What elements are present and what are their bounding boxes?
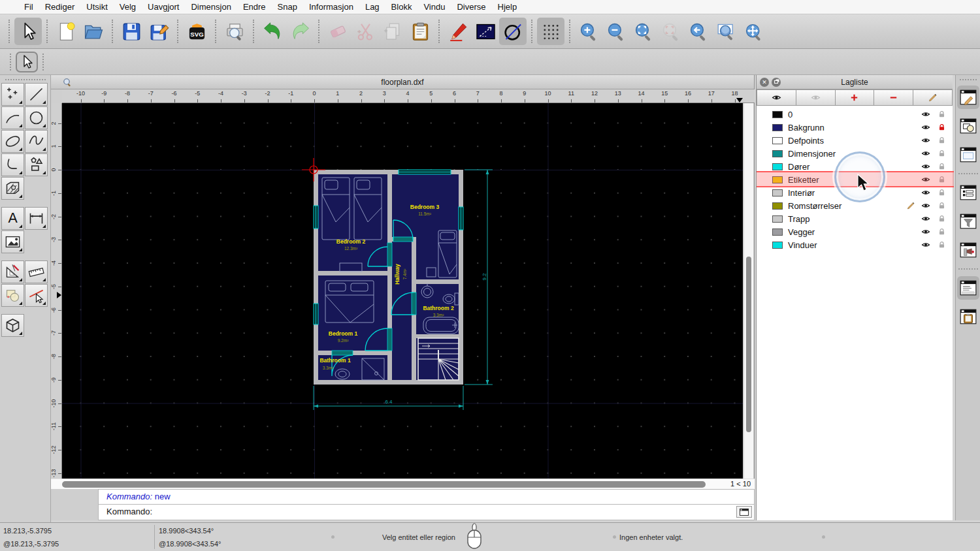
zoom-window-button[interactable] bbox=[712, 18, 740, 45]
select-tool[interactable] bbox=[25, 284, 48, 307]
add-layer-button[interactable] bbox=[836, 89, 875, 106]
new-document-button[interactable] bbox=[52, 18, 80, 45]
print-preview-button[interactable] bbox=[221, 18, 248, 45]
line-tool[interactable] bbox=[25, 83, 48, 106]
layer-row-vinduer[interactable]: Vinduer bbox=[757, 238, 953, 251]
layer-lock-icon[interactable] bbox=[938, 175, 946, 184]
spline-tool[interactable] bbox=[25, 130, 48, 153]
layer-visibility-eye-icon[interactable] bbox=[920, 123, 932, 132]
menu-uavgjort[interactable]: Uavgjort bbox=[142, 0, 185, 14]
menu-snap[interactable]: Snap bbox=[272, 0, 303, 14]
layer-lock-icon[interactable] bbox=[938, 123, 946, 132]
zoom-auto-button[interactable] bbox=[630, 18, 657, 45]
arc-tool[interactable] bbox=[1, 106, 24, 129]
menu-endre[interactable]: Endre bbox=[237, 0, 272, 14]
layer-visibility-eye-icon[interactable] bbox=[920, 175, 932, 184]
export-svg-button[interactable]: SVG bbox=[183, 18, 210, 45]
layer-lock-icon[interactable] bbox=[938, 149, 946, 158]
entity-list-panel-button[interactable] bbox=[957, 181, 979, 204]
layer-visibility-eye-icon[interactable] bbox=[920, 162, 932, 171]
polygon-tool[interactable] bbox=[25, 153, 48, 176]
detach-command-button[interactable] bbox=[736, 506, 752, 518]
text-tool[interactable]: A bbox=[1, 207, 24, 230]
menu-diverse[interactable]: Diverse bbox=[451, 0, 491, 14]
strip-drag-handle[interactable] bbox=[960, 79, 977, 80]
palette-drag-handle[interactable] bbox=[5, 79, 46, 80]
hide-all-layers-button[interactable] bbox=[796, 89, 836, 106]
command-line-panel-button[interactable] bbox=[957, 276, 979, 300]
layer-row-etiketter[interactable]: Etiketter bbox=[757, 173, 953, 186]
layer-row-vegger[interactable]: Vegger bbox=[757, 225, 953, 238]
library-browser-panel-button[interactable] bbox=[957, 143, 979, 166]
undo-button[interactable] bbox=[259, 18, 286, 45]
horizontal-scrollbar-thumb[interactable] bbox=[62, 481, 706, 488]
layer-lock-icon[interactable] bbox=[938, 240, 946, 249]
circle-tool[interactable] bbox=[25, 106, 48, 129]
remove-layer-button[interactable] bbox=[874, 89, 913, 106]
layer-visibility-eye-icon[interactable] bbox=[920, 110, 932, 119]
hatch-tool[interactable] bbox=[1, 177, 24, 200]
pointer-tool[interactable] bbox=[14, 18, 42, 45]
vertical-scrollbar[interactable] bbox=[743, 103, 753, 479]
layer-visibility-eye-icon[interactable] bbox=[920, 136, 932, 145]
layer-lock-icon[interactable] bbox=[938, 136, 946, 145]
zoom-pan-button[interactable] bbox=[740, 18, 767, 45]
layer-visibility-eye-icon[interactable] bbox=[920, 214, 932, 223]
menu-hjelp[interactable]: Hjelp bbox=[492, 0, 523, 14]
layer-lock-icon[interactable] bbox=[938, 188, 946, 197]
polyline-tool[interactable] bbox=[1, 153, 24, 176]
layer-lock-icon[interactable] bbox=[938, 162, 946, 171]
layer-row-dimensjoner[interactable]: Dimensjoner bbox=[757, 147, 953, 160]
vertical-scrollbar-thumb[interactable] bbox=[746, 257, 751, 432]
layer-row-romst-rrelser[interactable]: Romstørrelser bbox=[757, 199, 953, 212]
menu-utsikt[interactable]: Utsikt bbox=[80, 0, 114, 14]
menu-informasjon[interactable]: Informasjon bbox=[303, 0, 359, 14]
circle-slash-button[interactable] bbox=[499, 18, 527, 45]
edit-layer-button[interactable] bbox=[913, 89, 953, 106]
layer-visibility-eye-icon[interactable] bbox=[920, 201, 932, 210]
clipboard-panel-button[interactable] bbox=[957, 305, 979, 328]
layer-visibility-eye-icon[interactable] bbox=[920, 240, 932, 249]
freehand-draw-button[interactable] bbox=[444, 18, 472, 45]
ellipse-tool[interactable] bbox=[1, 130, 24, 153]
selection-pointer-tool[interactable] bbox=[16, 52, 38, 72]
filter-panel-button[interactable] bbox=[957, 210, 979, 233]
zoom-out-button[interactable] bbox=[602, 18, 630, 45]
inspector-panel-button[interactable] bbox=[957, 238, 979, 262]
menu-blokk[interactable]: Blokk bbox=[385, 0, 418, 14]
grid-toggle-button[interactable] bbox=[537, 18, 564, 45]
modify-tool[interactable] bbox=[1, 260, 24, 283]
line-mode-button[interactable] bbox=[472, 18, 499, 45]
command-input[interactable]: Kommando: bbox=[98, 505, 755, 520]
layer-row-trapp[interactable]: Trapp bbox=[757, 212, 953, 225]
layer-lock-icon[interactable] bbox=[938, 227, 946, 236]
points-tool[interactable] bbox=[1, 83, 24, 106]
save-as-button[interactable] bbox=[145, 18, 172, 45]
block-tool[interactable] bbox=[1, 284, 24, 307]
layer-lock-icon[interactable] bbox=[938, 214, 946, 223]
horizontal-scrollbar[interactable]: 1 < 10 bbox=[51, 479, 755, 489]
open-document-button[interactable] bbox=[80, 18, 107, 45]
layer-lock-icon[interactable] bbox=[938, 110, 946, 119]
measure-tool[interactable] bbox=[25, 260, 48, 283]
menu-lag[interactable]: Lag bbox=[359, 0, 385, 14]
menu-rediger[interactable]: Rediger bbox=[39, 0, 81, 14]
image-tool[interactable] bbox=[1, 230, 24, 253]
show-all-layers-button[interactable] bbox=[757, 89, 796, 106]
solid3d-tool[interactable] bbox=[1, 314, 24, 337]
layer-visibility-eye-icon[interactable] bbox=[920, 227, 932, 236]
zoom-in-button[interactable] bbox=[575, 18, 602, 45]
layer-row-interi-r[interactable]: Interiør bbox=[757, 186, 953, 199]
redo-button[interactable] bbox=[286, 18, 314, 45]
layer-visibility-eye-icon[interactable] bbox=[920, 188, 932, 197]
layer-row-defpoints[interactable]: Defpoints bbox=[757, 134, 953, 147]
layer-row-0[interactable]: 0 bbox=[757, 108, 953, 121]
block-list-panel-button[interactable] bbox=[957, 114, 979, 138]
menu-velg[interactable]: Velg bbox=[114, 0, 142, 14]
drawing-canvas[interactable]: Bedroom 3 11.5m² Bedroom 2 12.3m² Hallwa… bbox=[62, 103, 743, 479]
menu-vindu[interactable]: Vindu bbox=[417, 0, 451, 14]
dimension-tool[interactable] bbox=[25, 207, 48, 230]
zoom-previous-button[interactable] bbox=[685, 18, 712, 45]
float-panel-icon[interactable] bbox=[772, 78, 781, 87]
save-button[interactable] bbox=[118, 18, 145, 45]
